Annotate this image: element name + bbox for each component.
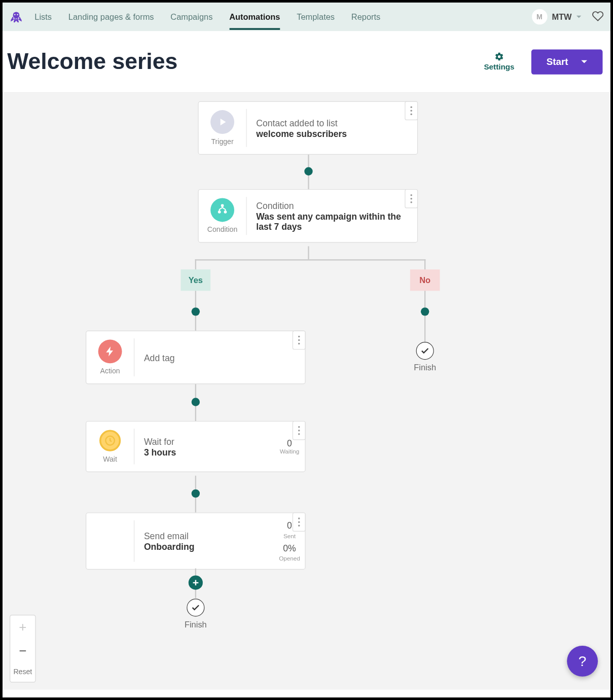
settings-label: Settings xyxy=(484,62,514,72)
svg-point-11 xyxy=(410,201,412,203)
node-title: Contact added to list xyxy=(256,118,408,128)
zoom-control: + − Reset xyxy=(10,615,36,683)
user-name: MTW xyxy=(552,12,571,22)
node-title: Condition xyxy=(256,200,408,211)
automation-canvas[interactable]: Trigger Contact added to list welcome su… xyxy=(3,93,611,689)
node-detail: welcome subscribers xyxy=(256,128,408,138)
svg-point-10 xyxy=(410,198,412,200)
check-icon xyxy=(420,346,430,356)
node-detail: Onboarding xyxy=(144,541,265,551)
brand-logo-icon xyxy=(10,10,23,23)
node-menu-button[interactable] xyxy=(293,421,306,440)
svg-point-12 xyxy=(298,336,300,338)
avatar: M xyxy=(532,9,547,24)
node-menu-button[interactable] xyxy=(405,189,418,208)
node-email[interactable]: Send email Onboarding 0 Sent 0% Opened xyxy=(86,512,306,569)
zoom-in-button[interactable]: + xyxy=(10,615,35,639)
svg-point-4 xyxy=(410,110,412,112)
nav-landing[interactable]: Landing pages & forms xyxy=(68,4,154,30)
svg-point-0 xyxy=(13,12,20,18)
bolt-icon xyxy=(98,339,122,363)
svg-point-13 xyxy=(298,339,300,341)
svg-point-6 xyxy=(219,211,221,213)
help-button[interactable]: ? xyxy=(567,646,598,677)
check-icon xyxy=(191,603,200,613)
svg-point-14 xyxy=(298,343,300,345)
clock-icon xyxy=(99,430,121,451)
svg-point-20 xyxy=(298,521,300,523)
node-menu-button[interactable] xyxy=(293,331,306,349)
node-type-label: Action xyxy=(100,367,120,375)
stat-value: 0 xyxy=(287,520,292,531)
start-button[interactable]: Start xyxy=(531,49,602,74)
settings-button[interactable]: Settings xyxy=(484,52,514,72)
user-menu[interactable]: M MTW xyxy=(532,9,582,24)
nav-templates[interactable]: Templates xyxy=(297,4,335,30)
svg-point-5 xyxy=(410,114,412,116)
node-title: Wait for xyxy=(144,436,265,446)
stat-value: 0 xyxy=(287,438,292,448)
svg-point-21 xyxy=(298,524,300,527)
finish-node-no xyxy=(416,342,434,360)
chevron-down-icon xyxy=(576,16,581,18)
svg-point-19 xyxy=(298,517,300,519)
node-condition[interactable]: Condition Condition Was sent any campaig… xyxy=(198,189,418,242)
node-action[interactable]: Action Add tag xyxy=(86,331,306,384)
stat-label: Sent xyxy=(283,533,296,539)
nav-reports[interactable]: Reports xyxy=(351,4,380,30)
start-label: Start xyxy=(547,56,568,67)
finish-label: Finish xyxy=(414,363,436,372)
heart-icon[interactable] xyxy=(592,10,603,24)
nav-automations[interactable]: Automations xyxy=(229,4,280,30)
stat-value: 0% xyxy=(283,543,296,553)
top-nav: Lists Landing pages & forms Campaigns Au… xyxy=(3,3,611,31)
page-title: Welcome series xyxy=(7,49,177,74)
node-trigger[interactable]: Trigger Contact added to list welcome su… xyxy=(198,101,418,155)
svg-point-1 xyxy=(14,14,16,15)
zoom-reset-button[interactable]: Reset xyxy=(13,663,32,682)
gear-icon xyxy=(494,52,504,61)
node-detail: 3 hours xyxy=(144,447,265,457)
svg-point-7 xyxy=(224,211,226,213)
node-menu-button[interactable] xyxy=(293,512,306,531)
zoom-out-button[interactable]: − xyxy=(10,639,35,663)
svg-point-2 xyxy=(17,14,18,15)
svg-point-16 xyxy=(298,426,300,428)
nav-lists[interactable]: Lists xyxy=(34,4,52,30)
node-detail: Was sent any campaign within the last 7 … xyxy=(256,211,408,231)
chevron-down-icon xyxy=(581,60,587,63)
node-title: Send email xyxy=(144,531,265,541)
svg-point-3 xyxy=(410,106,412,108)
svg-point-8 xyxy=(222,204,224,206)
node-type-label: Wait xyxy=(103,455,117,463)
node-type-label: Condition xyxy=(207,225,237,233)
add-step-button[interactable]: + xyxy=(189,576,203,590)
stat-label: Waiting xyxy=(280,448,300,455)
play-icon xyxy=(210,110,234,134)
nav-campaigns[interactable]: Campaigns xyxy=(170,4,212,30)
branch-icon xyxy=(210,198,234,222)
branch-yes: Yes xyxy=(181,269,211,291)
finish-label: Finish xyxy=(185,619,207,629)
node-wait[interactable]: Wait Wait for 3 hours 0 Waiting xyxy=(86,421,306,472)
node-menu-button[interactable] xyxy=(405,101,418,120)
svg-point-18 xyxy=(298,433,300,435)
page-header: Welcome series Settings Start xyxy=(3,31,611,93)
svg-point-9 xyxy=(410,194,412,196)
stat-label: Opened xyxy=(279,555,300,562)
node-type-label: Trigger xyxy=(211,137,234,146)
svg-point-17 xyxy=(298,430,300,432)
node-title: Add tag xyxy=(144,353,296,363)
branch-no: No xyxy=(410,269,440,291)
finish-node-yes xyxy=(187,599,204,616)
